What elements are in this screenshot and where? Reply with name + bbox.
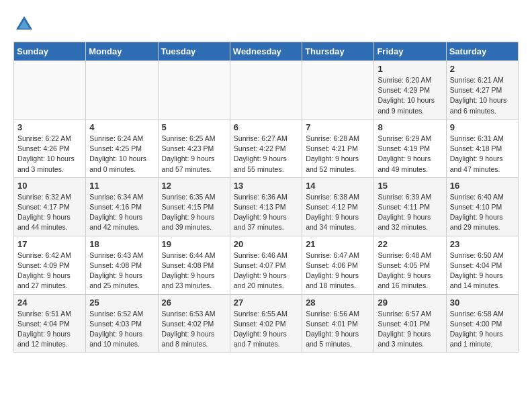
calendar-cell: 16Sunrise: 6:40 AM Sunset: 4:10 PM Dayli… <box>446 177 518 236</box>
logo <box>13 13 39 35</box>
day-number: 5 <box>162 122 226 132</box>
day-info: Sunrise: 6:51 AM Sunset: 4:04 PM Dayligh… <box>17 309 82 350</box>
calendar-cell: 10Sunrise: 6:32 AM Sunset: 4:17 PM Dayli… <box>14 177 86 236</box>
calendar-cell: 9Sunrise: 6:31 AM Sunset: 4:18 PM Daylig… <box>446 119 518 177</box>
day-number: 15 <box>378 181 442 191</box>
day-info: Sunrise: 6:38 AM Sunset: 4:12 PM Dayligh… <box>306 192 370 233</box>
day-info: Sunrise: 6:31 AM Sunset: 4:18 PM Dayligh… <box>450 134 515 175</box>
day-info: Sunrise: 6:47 AM Sunset: 4:06 PM Dayligh… <box>306 250 370 291</box>
calendar-cell: 8Sunrise: 6:29 AM Sunset: 4:19 PM Daylig… <box>374 119 446 177</box>
day-info: Sunrise: 6:34 AM Sunset: 4:16 PM Dayligh… <box>89 192 154 233</box>
day-info: Sunrise: 6:40 AM Sunset: 4:10 PM Dayligh… <box>450 192 515 233</box>
day-number: 22 <box>378 239 442 249</box>
day-info: Sunrise: 6:32 AM Sunset: 4:17 PM Dayligh… <box>17 192 82 233</box>
calendar-cell: 6Sunrise: 6:27 AM Sunset: 4:22 PM Daylig… <box>230 119 302 177</box>
day-info: Sunrise: 6:53 AM Sunset: 4:02 PM Dayligh… <box>162 309 226 350</box>
day-number: 20 <box>234 239 298 249</box>
day-number: 16 <box>450 181 515 191</box>
calendar-cell <box>230 61 302 120</box>
day-info: Sunrise: 6:28 AM Sunset: 4:21 PM Dayligh… <box>306 134 370 175</box>
logo-icon <box>13 13 35 35</box>
day-info: Sunrise: 6:21 AM Sunset: 4:27 PM Dayligh… <box>450 75 515 116</box>
day-info: Sunrise: 6:29 AM Sunset: 4:19 PM Dayligh… <box>378 134 442 175</box>
calendar-cell: 22Sunrise: 6:48 AM Sunset: 4:05 PM Dayli… <box>374 236 446 294</box>
calendar-cell: 30Sunrise: 6:58 AM Sunset: 4:00 PM Dayli… <box>446 294 518 353</box>
weekday-header: Sunday <box>14 42 86 61</box>
day-number: 14 <box>306 181 370 191</box>
calendar-table: SundayMondayTuesdayWednesdayThursdayFrid… <box>13 42 519 353</box>
calendar-week-row: 24Sunrise: 6:51 AM Sunset: 4:04 PM Dayli… <box>14 294 519 353</box>
day-number: 30 <box>450 298 515 308</box>
calendar-cell: 26Sunrise: 6:53 AM Sunset: 4:02 PM Dayli… <box>158 294 230 353</box>
day-number: 21 <box>306 239 370 249</box>
weekday-header: Thursday <box>302 42 374 61</box>
calendar-cell: 12Sunrise: 6:35 AM Sunset: 4:15 PM Dayli… <box>158 177 230 236</box>
day-number: 28 <box>306 298 370 308</box>
day-info: Sunrise: 6:56 AM Sunset: 4:01 PM Dayligh… <box>306 309 370 350</box>
weekday-header: Friday <box>374 42 446 61</box>
day-number: 10 <box>17 181 82 191</box>
day-info: Sunrise: 6:25 AM Sunset: 4:23 PM Dayligh… <box>162 134 226 175</box>
weekday-header: Monday <box>86 42 158 61</box>
calendar-cell: 11Sunrise: 6:34 AM Sunset: 4:16 PM Dayli… <box>86 177 158 236</box>
calendar-cell: 27Sunrise: 6:55 AM Sunset: 4:02 PM Dayli… <box>230 294 302 353</box>
day-info: Sunrise: 6:43 AM Sunset: 4:08 PM Dayligh… <box>89 250 154 291</box>
calendar-cell: 20Sunrise: 6:46 AM Sunset: 4:07 PM Dayli… <box>230 236 302 294</box>
calendar-cell: 19Sunrise: 6:44 AM Sunset: 4:08 PM Dayli… <box>158 236 230 294</box>
calendar-cell: 2Sunrise: 6:21 AM Sunset: 4:27 PM Daylig… <box>446 61 518 120</box>
calendar-cell: 7Sunrise: 6:28 AM Sunset: 4:21 PM Daylig… <box>302 119 374 177</box>
day-number: 18 <box>89 239 154 249</box>
day-info: Sunrise: 6:50 AM Sunset: 4:04 PM Dayligh… <box>450 250 515 291</box>
calendar-cell: 17Sunrise: 6:42 AM Sunset: 4:09 PM Dayli… <box>14 236 86 294</box>
calendar-cell: 23Sunrise: 6:50 AM Sunset: 4:04 PM Dayli… <box>446 236 518 294</box>
calendar-week-row: 17Sunrise: 6:42 AM Sunset: 4:09 PM Dayli… <box>14 236 519 294</box>
calendar-cell: 4Sunrise: 6:24 AM Sunset: 4:25 PM Daylig… <box>86 119 158 177</box>
day-info: Sunrise: 6:20 AM Sunset: 4:29 PM Dayligh… <box>378 75 442 116</box>
day-number: 26 <box>162 298 226 308</box>
day-number: 13 <box>234 181 298 191</box>
day-number: 4 <box>89 122 154 132</box>
day-number: 8 <box>378 122 442 132</box>
day-number: 7 <box>306 122 370 132</box>
day-info: Sunrise: 6:44 AM Sunset: 4:08 PM Dayligh… <box>162 250 226 291</box>
day-number: 27 <box>234 298 298 308</box>
day-number: 19 <box>162 239 226 249</box>
day-number: 6 <box>234 122 298 132</box>
calendar-cell <box>86 61 158 120</box>
calendar-cell: 18Sunrise: 6:43 AM Sunset: 4:08 PM Dayli… <box>86 236 158 294</box>
calendar-week-row: 3Sunrise: 6:22 AM Sunset: 4:26 PM Daylig… <box>14 119 519 177</box>
weekday-header: Saturday <box>446 42 518 61</box>
calendar-week-row: 1Sunrise: 6:20 AM Sunset: 4:29 PM Daylig… <box>14 61 519 120</box>
day-number: 17 <box>17 239 82 249</box>
day-number: 23 <box>450 239 515 249</box>
day-info: Sunrise: 6:55 AM Sunset: 4:02 PM Dayligh… <box>234 309 298 350</box>
day-info: Sunrise: 6:48 AM Sunset: 4:05 PM Dayligh… <box>378 250 442 291</box>
day-info: Sunrise: 6:39 AM Sunset: 4:11 PM Dayligh… <box>378 192 442 233</box>
day-number: 1 <box>378 64 442 74</box>
day-number: 29 <box>378 298 442 308</box>
day-number: 9 <box>450 122 515 132</box>
day-info: Sunrise: 6:46 AM Sunset: 4:07 PM Dayligh… <box>234 250 298 291</box>
page-header <box>13 13 519 35</box>
day-info: Sunrise: 6:27 AM Sunset: 4:22 PM Dayligh… <box>234 134 298 175</box>
day-info: Sunrise: 6:24 AM Sunset: 4:25 PM Dayligh… <box>89 134 154 175</box>
day-number: 2 <box>450 64 515 74</box>
calendar-week-row: 10Sunrise: 6:32 AM Sunset: 4:17 PM Dayli… <box>14 177 519 236</box>
day-info: Sunrise: 6:36 AM Sunset: 4:13 PM Dayligh… <box>234 192 298 233</box>
day-number: 12 <box>162 181 226 191</box>
calendar-cell: 5Sunrise: 6:25 AM Sunset: 4:23 PM Daylig… <box>158 119 230 177</box>
calendar-cell: 13Sunrise: 6:36 AM Sunset: 4:13 PM Dayli… <box>230 177 302 236</box>
calendar-cell: 25Sunrise: 6:52 AM Sunset: 4:03 PM Dayli… <box>86 294 158 353</box>
day-number: 25 <box>89 298 154 308</box>
calendar-cell <box>14 61 86 120</box>
calendar-cell: 1Sunrise: 6:20 AM Sunset: 4:29 PM Daylig… <box>374 61 446 120</box>
day-info: Sunrise: 6:22 AM Sunset: 4:26 PM Dayligh… <box>17 134 82 175</box>
calendar-cell: 28Sunrise: 6:56 AM Sunset: 4:01 PM Dayli… <box>302 294 374 353</box>
day-info: Sunrise: 6:35 AM Sunset: 4:15 PM Dayligh… <box>162 192 226 233</box>
calendar-cell: 29Sunrise: 6:57 AM Sunset: 4:01 PM Dayli… <box>374 294 446 353</box>
calendar-cell: 3Sunrise: 6:22 AM Sunset: 4:26 PM Daylig… <box>14 119 86 177</box>
weekday-header: Wednesday <box>230 42 302 61</box>
weekday-header: Tuesday <box>158 42 230 61</box>
day-info: Sunrise: 6:57 AM Sunset: 4:01 PM Dayligh… <box>378 309 442 350</box>
day-info: Sunrise: 6:52 AM Sunset: 4:03 PM Dayligh… <box>89 309 154 350</box>
